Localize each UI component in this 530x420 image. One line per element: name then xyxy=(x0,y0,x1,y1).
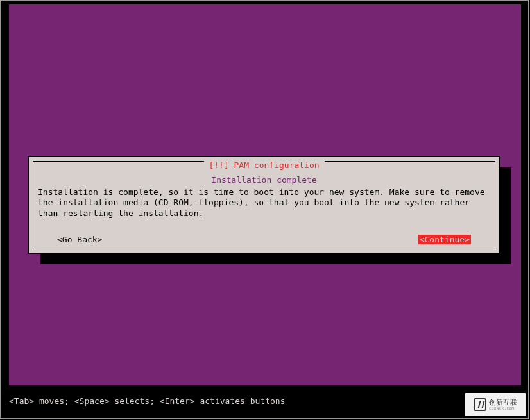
button-row: <Go Back> <Continue> xyxy=(29,235,499,244)
go-back-button[interactable]: <Go Back> xyxy=(57,235,102,244)
watermark-text-group: 创新互联 CDXWCX.COM xyxy=(489,399,517,410)
dialog-body-text: Installation is complete, so it is time … xyxy=(38,187,490,219)
watermark-logo-icon xyxy=(474,398,486,411)
watermark: 创新互联 CDXWCX.COM xyxy=(465,393,526,416)
pam-config-dialog: [!!] PAM configuration Installation comp… xyxy=(28,156,500,254)
watermark-url: CDXWCX.COM xyxy=(489,406,517,410)
dialog-title: [!!] PAM configuration xyxy=(203,160,324,170)
watermark-brand: 创新互联 xyxy=(489,399,517,406)
continue-button[interactable]: <Continue> xyxy=(418,235,471,244)
dialog-subtitle: Installation complete xyxy=(29,175,499,185)
keyboard-help-text: <Tab> moves; <Space> selects; <Enter> ac… xyxy=(9,396,285,406)
